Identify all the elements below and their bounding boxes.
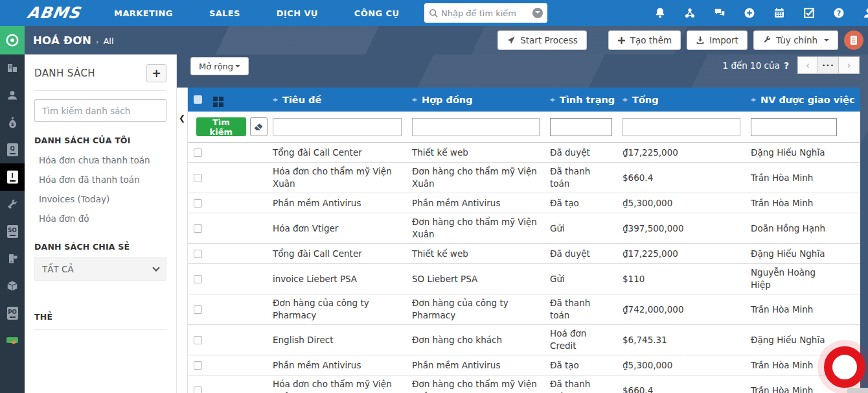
pagination-total-button[interactable]: ? bbox=[784, 60, 789, 71]
menu-marketing[interactable]: MARKETING bbox=[114, 1, 173, 26]
select-all-checkbox[interactable] bbox=[194, 95, 202, 104]
table-row[interactable]: Phần mềm Antivirus Phần mềm Antivirus Đã… bbox=[188, 193, 860, 213]
pagination-range: 1 đến 10 bbox=[723, 60, 762, 71]
row-checkbox[interactable] bbox=[194, 361, 202, 370]
breadcrumb-view[interactable]: All bbox=[103, 36, 113, 46]
rail-item-services[interactable] bbox=[0, 191, 25, 218]
cell-status: Gửi bbox=[545, 222, 617, 235]
table-row[interactable]: Tổng đài Call Center Thiết kế web Đã duy… bbox=[188, 143, 860, 163]
filter-input-status[interactable] bbox=[550, 118, 612, 136]
cell-assignee: Trần Hòa Minh bbox=[746, 304, 860, 316]
rail-item-sms-notifier[interactable] bbox=[0, 245, 25, 272]
search-scope-caret-icon[interactable] bbox=[532, 8, 543, 18]
cell-total: ₫5,300,000 bbox=[617, 359, 746, 372]
table-row[interactable]: Hóa đơn cho thẩm mỹ Viện Xuân Đơn hàng c… bbox=[188, 163, 860, 193]
column-header-title[interactable]: Tiêu đề bbox=[268, 95, 407, 105]
table-search-button[interactable]: Tìm kiếm bbox=[196, 117, 246, 136]
cell-status: Đã thanh toán bbox=[545, 165, 617, 190]
rail-item-deals[interactable] bbox=[0, 327, 25, 354]
share-nodes-icon[interactable] bbox=[684, 7, 696, 19]
table-row[interactable]: invoice Liebert PSA SO Liebert PSA Gửi $… bbox=[188, 264, 860, 294]
global-search-input[interactable] bbox=[441, 8, 532, 18]
cell-title: Tổng đài Call Center bbox=[268, 147, 407, 159]
row-checkbox[interactable] bbox=[194, 250, 202, 258]
column-header-total[interactable]: Tổng bbox=[617, 95, 746, 105]
row-checkbox[interactable] bbox=[194, 387, 202, 393]
import-button[interactable]: Import bbox=[687, 30, 748, 50]
row-checkbox[interactable] bbox=[194, 174, 202, 182]
table-row[interactable]: English Direct Đơn hàng cho khách Hoá đơ… bbox=[188, 325, 860, 355]
row-checkbox[interactable] bbox=[194, 305, 202, 314]
filter-input-assignee[interactable] bbox=[751, 118, 837, 136]
list-item-invoices-today[interactable]: Invoices (Today) bbox=[34, 189, 166, 209]
column-header-contract[interactable]: Hợp đồng bbox=[407, 95, 545, 105]
more-pages-button[interactable]: ••• bbox=[818, 56, 839, 74]
chat-widget-button[interactable] bbox=[824, 346, 865, 388]
global-search[interactable] bbox=[424, 3, 547, 23]
column-header-status[interactable]: Tình trạng bbox=[545, 95, 617, 105]
prev-page-button[interactable]: ‹ bbox=[797, 56, 818, 74]
add-list-button[interactable]: + bbox=[146, 64, 166, 82]
row-checkbox[interactable] bbox=[194, 199, 202, 208]
chat-icon[interactable] bbox=[714, 7, 725, 19]
menu-tools[interactable]: CÔNG CỤ bbox=[354, 1, 400, 26]
main-content: Mở rộng 1 đến 10 của ? ‹ ••• › Tiêu đề H… bbox=[177, 54, 868, 393]
start-process-button[interactable]: Start Process bbox=[497, 30, 586, 50]
table-row[interactable]: Tổng đài Call Center Thiết kế web Đã duy… bbox=[188, 244, 860, 264]
help-icon[interactable]: ? bbox=[833, 7, 845, 19]
tasks-icon[interactable] bbox=[803, 7, 815, 19]
module-header-bar: HOÁ ĐƠN › All Start Process Tạo thêm Imp… bbox=[0, 26, 868, 54]
rail-item-organizations[interactable] bbox=[0, 54, 25, 82]
shared-lists-filter-dropdown[interactable]: TẤT CẢ bbox=[34, 257, 166, 281]
table-row[interactable]: Hóa đơn Vtiger Đơn hàng cho thẩm mỹ Viện… bbox=[188, 213, 860, 244]
divider bbox=[34, 90, 166, 91]
cell-status: Đã tạo bbox=[545, 197, 617, 209]
bell-icon[interactable] bbox=[654, 7, 666, 19]
list-search-input[interactable] bbox=[34, 99, 166, 122]
rail-item-sales-orders[interactable]: SO bbox=[0, 218, 25, 245]
menu-sales[interactable]: SALES bbox=[209, 1, 240, 26]
cell-status: Đã duyệt bbox=[545, 147, 617, 159]
row-checkbox[interactable] bbox=[194, 336, 202, 344]
row-checkbox[interactable] bbox=[194, 275, 202, 283]
calendar-icon[interactable] bbox=[773, 7, 785, 19]
recycle-bin-button[interactable] bbox=[844, 30, 863, 50]
list-item-red-invoices[interactable]: Hóa đơn đỏ bbox=[34, 209, 166, 228]
cell-title: Phần mềm Antivirus bbox=[268, 197, 407, 209]
list-item-paid-invoices[interactable]: Hóa đơn đã thanh toán bbox=[34, 170, 166, 189]
column-header-assignee[interactable]: NV được giao việc bbox=[746, 95, 868, 105]
collapse-sidebar-handle[interactable] bbox=[177, 88, 188, 393]
cell-contract: Đơn hàng của công ty Pharmacy bbox=[407, 297, 545, 322]
divider bbox=[34, 329, 166, 330]
filter-input-contract[interactable] bbox=[412, 118, 540, 136]
rail-item-products[interactable] bbox=[0, 272, 25, 300]
module-app-tile[interactable] bbox=[0, 26, 25, 54]
list-item-unpaid-invoices[interactable]: Hóa đơn chưa thanh toán bbox=[34, 150, 166, 170]
create-button[interactable]: Tạo thêm bbox=[608, 30, 681, 50]
grid-view-icon[interactable] bbox=[213, 97, 223, 107]
next-page-button[interactable]: › bbox=[839, 56, 860, 74]
pagination-of: của bbox=[764, 60, 780, 71]
table-row[interactable]: Đơn hàng của công ty Pharmacy Đơn hàng c… bbox=[188, 294, 860, 325]
menu-services[interactable]: DỊCH VỤ bbox=[277, 1, 318, 26]
rail-item-invoices[interactable]: I bbox=[0, 163, 25, 191]
quick-create-icon[interactable] bbox=[744, 7, 755, 19]
rail-item-potentials[interactable]: $ bbox=[0, 109, 25, 136]
table-body: Tổng đài Call Center Thiết kế web Đã duy… bbox=[188, 143, 860, 393]
row-checkbox[interactable] bbox=[194, 149, 202, 157]
row-checkbox[interactable] bbox=[194, 224, 202, 233]
cell-status: Đã tạo bbox=[545, 359, 617, 372]
filter-input-total[interactable] bbox=[622, 118, 740, 136]
table-row[interactable]: Phần mềm Antivirus Phần mềm Antivirus Đã… bbox=[188, 355, 860, 375]
customize-button[interactable]: Tùy chỉnh bbox=[753, 30, 838, 50]
table-row[interactable]: Hóa đơn cho thẩm mỹ Viện Xuân Đơn hàng c… bbox=[188, 375, 860, 393]
rail-item-contacts[interactable] bbox=[0, 82, 25, 109]
user-icon[interactable] bbox=[863, 7, 868, 19]
clear-filters-button[interactable] bbox=[250, 117, 268, 136]
table-header-row: Tiêu đề Hợp đồng Tình trạng Tổng NV được… bbox=[188, 88, 860, 112]
rail-item-quotes[interactable]: Q bbox=[0, 136, 25, 163]
expand-dropdown-button[interactable]: Mở rộng bbox=[190, 57, 249, 75]
caret-down-icon bbox=[235, 65, 240, 70]
filter-input-title[interactable] bbox=[273, 118, 402, 136]
rail-item-purchase-orders[interactable]: PO bbox=[0, 300, 25, 327]
